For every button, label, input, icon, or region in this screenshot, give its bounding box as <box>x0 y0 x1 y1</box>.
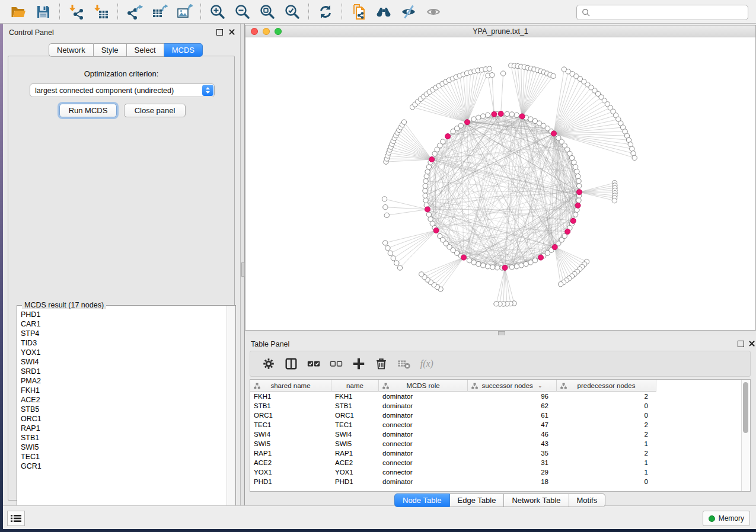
cell-shared-name[interactable]: SWI4 <box>250 430 331 439</box>
close-panel-button[interactable]: Close panel <box>124 104 186 117</box>
search-input[interactable] <box>593 7 748 18</box>
cell-shared-name[interactable]: ORC1 <box>250 411 331 420</box>
show-columns-button[interactable] <box>280 353 302 374</box>
tab-edge-table[interactable]: Edge Table <box>450 493 505 507</box>
result-list-item[interactable]: TID3 <box>21 338 227 348</box>
cell-MCDS-role[interactable]: connector <box>379 439 468 448</box>
cell-name[interactable]: YOX1 <box>331 467 379 477</box>
table-row[interactable]: PHD1PHD1dominator180 <box>250 477 656 486</box>
cell-MCDS-role[interactable]: connector <box>379 458 468 467</box>
table-row[interactable]: ORC1ORC1dominator610 <box>250 411 656 420</box>
column-header-successor-nodes[interactable]: successor nodes⌄ <box>468 380 557 392</box>
cell-successor-nodes[interactable]: 96 <box>468 392 557 401</box>
tab-node-table[interactable]: Node Table <box>394 493 450 507</box>
float-window-icon[interactable] <box>738 341 744 347</box>
close-panel-icon[interactable] <box>228 28 235 36</box>
result-list-item[interactable]: PHD1 <box>21 310 227 319</box>
table-row[interactable]: FKH1FKH1dominator962 <box>250 392 656 401</box>
tab-select[interactable]: Select <box>127 43 164 57</box>
cell-name[interactable]: ORC1 <box>331 411 379 420</box>
cell-name[interactable]: TEC1 <box>331 420 379 430</box>
export-table-button[interactable] <box>147 2 172 22</box>
cell-MCDS-role[interactable]: dominator <box>379 392 468 401</box>
cell-shared-name[interactable]: TEC1 <box>250 420 331 430</box>
table-row[interactable]: TEC1TEC1connector472 <box>250 420 656 430</box>
cell-successor-nodes[interactable]: 35 <box>468 448 557 458</box>
cell-shared-name[interactable]: RAP1 <box>250 448 331 458</box>
column-header-predecessor-nodes[interactable]: predecessor nodes <box>557 380 656 392</box>
cell-successor-nodes[interactable]: 62 <box>468 401 557 411</box>
cell-predecessor-nodes[interactable]: 1 <box>557 439 656 448</box>
float-window-icon[interactable] <box>216 29 223 36</box>
cell-name[interactable]: SWI5 <box>331 439 379 448</box>
close-panel-icon[interactable] <box>748 340 755 347</box>
cell-MCDS-role[interactable]: connector <box>379 467 468 477</box>
cell-shared-name[interactable]: PHD1 <box>250 477 331 486</box>
tab-motifs[interactable]: Motifs <box>569 493 606 507</box>
export-network-button[interactable] <box>122 2 147 22</box>
cell-MCDS-role[interactable]: dominator <box>379 430 468 439</box>
optimization-criterion-select[interactable]: largest connected component (undirected) <box>30 84 215 97</box>
cell-predecessor-nodes[interactable]: 0 <box>557 477 656 486</box>
open-button[interactable] <box>6 2 31 22</box>
result-list-item[interactable]: SWI5 <box>21 443 227 452</box>
import-table-button[interactable] <box>89 2 114 22</box>
vertical-splitter[interactable] <box>240 24 245 505</box>
cell-name[interactable]: PHD1 <box>331 477 379 486</box>
import-network-button[interactable] <box>64 2 89 22</box>
result-list-item[interactable]: ACE2 <box>21 395 227 405</box>
tab-style[interactable]: Style <box>94 43 127 57</box>
scrollbar-thumb[interactable] <box>743 382 748 433</box>
tab-network-table[interactable]: Network Table <box>504 493 569 507</box>
cell-predecessor-nodes[interactable]: 0 <box>557 401 656 411</box>
cell-MCDS-role[interactable]: dominator <box>379 411 468 420</box>
export-image-button[interactable] <box>172 2 197 22</box>
table-scrollbar[interactable] <box>741 380 750 491</box>
delete-button[interactable] <box>370 353 393 374</box>
cell-successor-nodes[interactable]: 29 <box>468 467 557 477</box>
cell-shared-name[interactable]: STB1 <box>250 401 331 411</box>
apply-layout-button[interactable] <box>313 2 338 22</box>
cell-MCDS-role[interactable]: dominator <box>379 477 468 486</box>
hide-details-button[interactable] <box>396 2 421 22</box>
result-list-item[interactable]: YOX1 <box>21 348 227 357</box>
result-list-item[interactable]: TEC1 <box>21 452 227 462</box>
mcds-result-list[interactable]: PHD1CAR1STP4TID3YOX1SWI4SRD1PMA2FKH1ACE2… <box>17 307 227 524</box>
cell-predecessor-nodes[interactable]: 1 <box>557 467 656 477</box>
column-header-shared-name[interactable]: shared name <box>250 380 331 392</box>
cell-shared-name[interactable]: SWI5 <box>250 439 331 448</box>
memory-button[interactable]: Memory <box>703 511 750 526</box>
result-list-item[interactable]: STP4 <box>21 329 227 338</box>
zoom-out-button[interactable] <box>230 2 255 22</box>
cell-successor-nodes[interactable]: 31 <box>468 458 557 467</box>
cell-successor-nodes[interactable]: 43 <box>468 439 557 448</box>
cell-successor-nodes[interactable]: 18 <box>468 477 557 486</box>
cell-predecessor-nodes[interactable]: 0 <box>557 411 656 420</box>
cell-name[interactable]: ACE2 <box>331 458 379 467</box>
cell-predecessor-nodes[interactable]: 2 <box>557 420 656 430</box>
cell-name[interactable]: FKH1 <box>331 392 379 401</box>
result-list-item[interactable]: STB5 <box>21 405 227 414</box>
table-row[interactable]: SWI4SWI4dominator462 <box>250 430 656 439</box>
result-scrollbar[interactable] <box>227 306 235 524</box>
zoom-fit-button[interactable] <box>255 2 280 22</box>
result-list-item[interactable]: CAR1 <box>21 319 227 329</box>
cell-name[interactable]: RAP1 <box>331 448 379 458</box>
cell-name[interactable]: STB1 <box>331 401 379 411</box>
column-header-name[interactable]: name <box>331 380 379 392</box>
cell-shared-name[interactable]: FKH1 <box>250 392 331 401</box>
cell-predecessor-nodes[interactable]: 1 <box>557 458 656 467</box>
tab-mcds[interactable]: MCDS <box>164 43 203 57</box>
select-all-button[interactable] <box>302 353 325 374</box>
tab-network[interactable]: Network <box>49 43 94 57</box>
result-list-item[interactable]: ORC1 <box>21 414 227 424</box>
zoom-in-button[interactable] <box>205 2 230 22</box>
network-canvas[interactable] <box>245 37 755 330</box>
horizontal-splitter[interactable] <box>245 331 756 335</box>
cell-MCDS-role[interactable]: connector <box>379 420 468 430</box>
cell-MCDS-role[interactable]: dominator <box>379 401 468 411</box>
cell-successor-nodes[interactable]: 46 <box>468 430 557 439</box>
add-button[interactable] <box>347 353 370 374</box>
cell-successor-nodes[interactable]: 61 <box>468 411 557 420</box>
result-list-item[interactable]: SRD1 <box>21 367 227 376</box>
